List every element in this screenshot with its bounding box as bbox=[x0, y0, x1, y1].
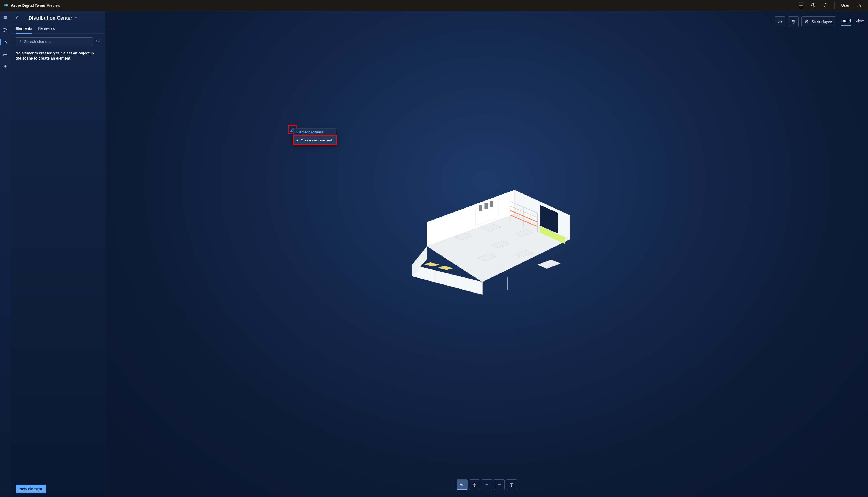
breadcrumb-title: Distribution Center bbox=[28, 15, 72, 21]
context-menu-heading: Element actions bbox=[294, 129, 336, 136]
svg-marker-43 bbox=[482, 224, 501, 231]
svg-marker-21 bbox=[427, 214, 570, 282]
nav-rail-toolbox[interactable] bbox=[0, 51, 11, 58]
gear-icon bbox=[798, 3, 803, 8]
tab-behaviors[interactable]: Behaviors bbox=[38, 25, 55, 33]
svg-marker-42 bbox=[455, 233, 473, 240]
svg-rect-37 bbox=[490, 201, 493, 207]
tab-elements[interactable]: Elements bbox=[16, 25, 32, 33]
nav-rail-scenes[interactable] bbox=[0, 38, 11, 46]
plus-icon bbox=[484, 482, 489, 487]
svg-point-18 bbox=[780, 21, 780, 22]
adjust-button[interactable] bbox=[774, 16, 785, 27]
svg-marker-39 bbox=[412, 246, 427, 276]
nav-rail-lightning[interactable] bbox=[0, 63, 11, 71]
svg-point-5 bbox=[824, 3, 828, 7]
svg-rect-35 bbox=[479, 205, 482, 211]
cogs-icon bbox=[3, 40, 8, 45]
svg-marker-44 bbox=[514, 229, 533, 237]
mode-tab-view[interactable]: View bbox=[856, 19, 864, 25]
chevron-down-icon bbox=[74, 16, 78, 19]
svg-marker-22 bbox=[514, 190, 570, 239]
svg-point-12 bbox=[6, 29, 7, 30]
scene-canvas[interactable]: Scene layers Build View bbox=[105, 11, 868, 497]
app-header: Azure Digital Twins Preview User bbox=[0, 0, 868, 11]
view-tools bbox=[457, 479, 517, 490]
svg-marker-40 bbox=[424, 262, 440, 267]
context-menu-item-label: Create new element bbox=[301, 138, 332, 142]
svg-marker-34 bbox=[475, 201, 498, 226]
zoom-out-button[interactable] bbox=[494, 479, 504, 490]
svg-point-13 bbox=[4, 41, 6, 42]
svg-line-27 bbox=[510, 206, 537, 218]
svg-point-10 bbox=[4, 28, 4, 29]
app-title: Azure Digital Twins Preview bbox=[11, 3, 60, 8]
svg-point-9 bbox=[860, 6, 861, 7]
smile-icon bbox=[823, 3, 828, 8]
sliders-icon bbox=[778, 19, 782, 24]
search-icon bbox=[18, 39, 22, 44]
svg-point-1 bbox=[6, 4, 8, 6]
breadcrumb-separator bbox=[23, 16, 26, 21]
search-elements-input[interactable] bbox=[24, 40, 90, 44]
svg-point-6 bbox=[825, 5, 825, 5]
feedback-button[interactable] bbox=[821, 0, 831, 11]
user-label[interactable]: User bbox=[839, 3, 852, 8]
orbit-button[interactable] bbox=[457, 479, 468, 490]
mode-tab-build[interactable]: Build bbox=[841, 19, 851, 25]
settings-button[interactable] bbox=[796, 0, 806, 11]
svg-point-19 bbox=[781, 22, 782, 22]
layers-icon bbox=[805, 19, 809, 24]
breadcrumb-dropdown[interactable] bbox=[74, 15, 78, 21]
environment-button[interactable] bbox=[788, 16, 799, 27]
toolbox-icon bbox=[3, 52, 8, 57]
svg-point-11 bbox=[4, 31, 4, 32]
svg-point-8 bbox=[858, 4, 859, 5]
hierarchy-icon bbox=[3, 27, 8, 32]
nav-rail-hierarchy[interactable] bbox=[0, 26, 11, 33]
search-elements-box[interactable] bbox=[16, 37, 93, 46]
scene-top-toolbar: Scene layers Build View bbox=[774, 16, 864, 27]
scene-3d-model bbox=[385, 175, 589, 304]
svg-marker-41 bbox=[437, 266, 453, 270]
chevron-right-icon bbox=[23, 16, 26, 19]
svg-point-17 bbox=[778, 22, 779, 23]
lightning-icon bbox=[3, 65, 8, 69]
app-suffix: Preview bbox=[47, 3, 60, 8]
svg-marker-23 bbox=[427, 190, 514, 246]
svg-marker-25 bbox=[540, 226, 565, 244]
fit-view-button[interactable] bbox=[506, 479, 517, 490]
zoom-in-button[interactable] bbox=[482, 479, 492, 490]
svg-point-7 bbox=[826, 5, 826, 5]
svg-rect-15 bbox=[4, 54, 7, 56]
context-menu-create-element[interactable]: + Create new element bbox=[294, 136, 336, 145]
svg-point-14 bbox=[6, 42, 7, 43]
pan-button[interactable] bbox=[469, 479, 480, 490]
breadcrumb: Distribution Center bbox=[11, 15, 105, 21]
left-panel: Distribution Center Elements Behaviors N… bbox=[11, 11, 105, 497]
breadcrumb-current[interactable]: Distribution Center bbox=[28, 15, 78, 21]
minus-icon bbox=[497, 482, 502, 487]
multiselect-button[interactable] bbox=[96, 39, 100, 45]
svg-marker-45 bbox=[492, 241, 510, 248]
account-button[interactable] bbox=[854, 0, 864, 11]
nav-rail-hamburger[interactable] bbox=[0, 14, 11, 21]
svg-marker-24 bbox=[540, 205, 558, 234]
svg-marker-38 bbox=[412, 265, 482, 294]
nav-rail bbox=[0, 11, 11, 497]
plus-icon: + bbox=[296, 138, 299, 142]
globe-icon bbox=[791, 19, 796, 24]
empty-state-text: No elements created yet. Select an objec… bbox=[11, 51, 105, 61]
breadcrumb-home[interactable] bbox=[16, 16, 20, 21]
help-button[interactable] bbox=[808, 0, 819, 11]
svg-line-28 bbox=[510, 211, 537, 222]
new-element-button[interactable]: New element bbox=[16, 485, 46, 493]
pan-icon bbox=[472, 482, 477, 487]
scene-layers-button[interactable]: Scene layers bbox=[801, 16, 836, 27]
svg-marker-47 bbox=[478, 254, 496, 261]
app-name: Azure Digital Twins bbox=[11, 3, 45, 8]
person-icon bbox=[857, 3, 862, 8]
context-menu: Element actions + Create new element bbox=[293, 128, 336, 145]
svg-line-32 bbox=[510, 210, 537, 222]
left-tabs: Elements Behaviors bbox=[11, 25, 105, 33]
